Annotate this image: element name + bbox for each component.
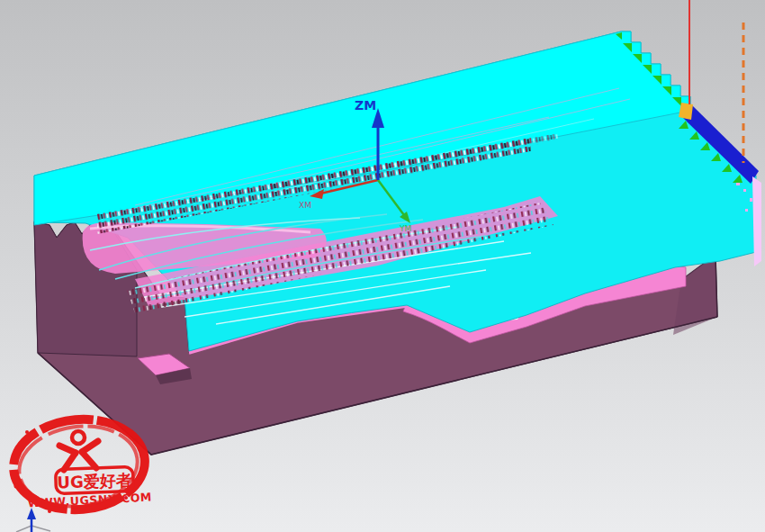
zm-axis-label: ZM — [355, 98, 376, 113]
ym-axis-label: YM — [399, 224, 411, 233]
xm-axis-label: XM — [299, 201, 311, 210]
cad-viewport-window: { "viewport": { "background_top": "#bfc0… — [0, 0, 765, 532]
3d-model-viewport[interactable]: ZM XM YM UG爱好者 WWW.UGSNX.COM — [0, 0, 765, 532]
watermark-title: UG爱好者 — [57, 471, 132, 492]
